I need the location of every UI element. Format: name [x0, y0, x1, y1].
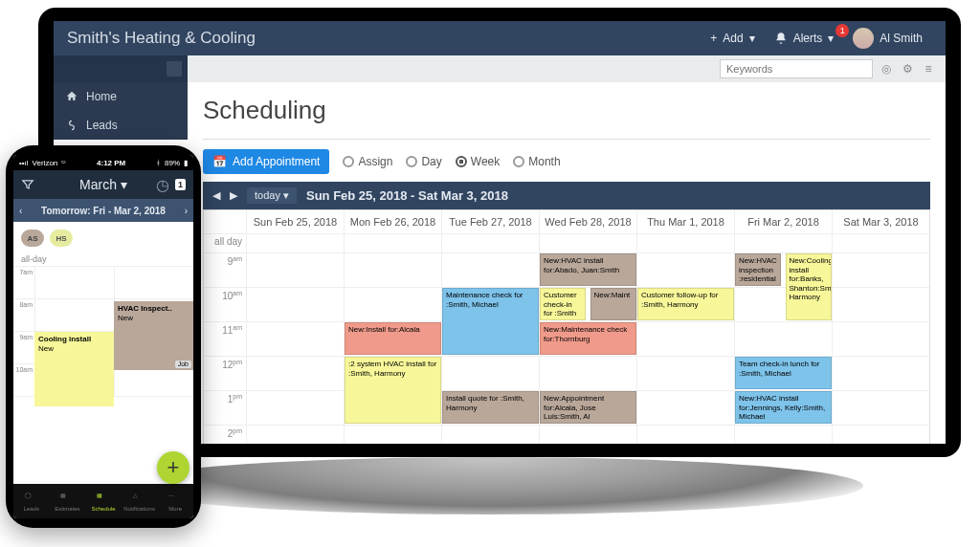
fab-add[interactable]: +: [157, 451, 189, 484]
calendar-cell[interactable]: [636, 357, 734, 390]
calendar-event[interactable]: Team check-in lunch for :Smith, Michael: [735, 357, 832, 389]
calendar-cell[interactable]: [539, 234, 636, 252]
chevron-down-icon: ▾: [749, 32, 755, 45]
calendar-cell[interactable]: New:Appointment for:Alcala, Jose Luis:Sm…: [539, 391, 636, 425]
calendar-event[interactable]: New:Appointment for:Alcala, Jose Luis:Sm…: [540, 391, 636, 424]
next-arrow[interactable]: ▶: [230, 189, 237, 202]
add-menu[interactable]: + Add ▾: [701, 28, 764, 49]
tab-leads[interactable]: ◯Leads: [13, 484, 50, 518]
prev-arrow[interactable]: ◀: [212, 189, 220, 202]
calendar-cell[interactable]: [832, 253, 929, 287]
calendar-cell[interactable]: [734, 288, 832, 321]
calendar-cell[interactable]: Customer follow-up for :Smith, Harmony: [636, 288, 734, 321]
calendar-cell[interactable]: [636, 391, 734, 425]
calendar-cell[interactable]: [832, 391, 929, 425]
calendar-event[interactable]: New:HVAC inspection :residential: [735, 253, 781, 286]
calendar-cell[interactable]: Install quote for :Smith, Harmony: [441, 391, 539, 425]
calendar-day-icon[interactable]: 1: [175, 179, 186, 190]
day-header: Sun Feb 25, 2018: [246, 210, 344, 233]
clock-icon[interactable]: ◷: [156, 176, 169, 194]
chip-as[interactable]: AS: [21, 230, 44, 247]
calendar-cell[interactable]: New:HVAC install for:Jennings, Kelly:Smi…: [734, 391, 832, 425]
calendar-cell[interactable]: [539, 357, 636, 390]
calendar-cell[interactable]: [734, 322, 832, 356]
calendar-cell[interactable]: [636, 322, 734, 356]
add-appointment-button[interactable]: 📅 Add Appointment: [203, 149, 329, 174]
calendar-cell[interactable]: [441, 322, 539, 356]
calendar-cell[interactable]: [246, 391, 344, 425]
sidebar-item-leads[interactable]: Leads: [54, 111, 188, 140]
view-day[interactable]: Day: [406, 155, 441, 168]
tab-schedule[interactable]: ▦Schedule: [85, 484, 122, 518]
calendar-cell[interactable]: [832, 426, 929, 444]
calendar-cell[interactable]: [636, 234, 734, 252]
calendar-cell[interactable]: Maintenance check for :Smith, Michael: [441, 288, 539, 321]
phone-event[interactable]: HVAC Inspect..NewJob: [114, 301, 193, 370]
calendar-cell[interactable]: New:HVAC install for:Abado, Juan:Smith: [539, 253, 636, 287]
list-icon[interactable]: ≡: [921, 61, 936, 77]
calendar-event[interactable]: New:HVAC install for:Abado, Juan:Smith: [540, 253, 636, 286]
search-input[interactable]: [720, 59, 873, 78]
phone-event[interactable]: Cooling installNew: [34, 332, 114, 406]
month-selector[interactable]: March ▾: [79, 177, 127, 192]
calendar-plus-icon: 📅: [212, 155, 227, 168]
calendar-cell[interactable]: [441, 253, 539, 287]
calendar-cell[interactable]: New:Maintenance check for:Thornburg: [539, 322, 636, 356]
user-menu[interactable]: Al Smith: [843, 24, 932, 53]
phone-day-nav: ‹ Tomorrow: Fri - Mar 2, 2018 ›: [13, 199, 193, 222]
radio-icon: [513, 156, 524, 167]
calendar-cell[interactable]: [636, 426, 734, 444]
calendar-event[interactable]: Customer check-in for :Smith: [540, 288, 586, 320]
calendar-cell[interactable]: [832, 357, 929, 390]
calendar-cell[interactable]: [832, 322, 929, 356]
filter-icon[interactable]: [21, 178, 34, 191]
calendar-cell[interactable]: Customer check-in for :SmithNew:Maint: [539, 288, 636, 321]
calendar-cell[interactable]: [246, 426, 344, 444]
next-day[interactable]: ›: [185, 206, 188, 216]
calendar-cell[interactable]: [832, 288, 929, 321]
calendar-cell[interactable]: [441, 234, 539, 252]
tab-more[interactable]: ⋯More: [157, 484, 193, 518]
calendar-cell[interactable]: Team check-in lunch for :Smith, Michael: [734, 357, 832, 390]
calendar-cell[interactable]: [246, 288, 344, 321]
calendar-cell[interactable]: [246, 234, 344, 252]
sidebar-item-home[interactable]: Home: [54, 82, 188, 111]
calendar-cell[interactable]: [734, 234, 832, 252]
calendar-cell[interactable]: [344, 253, 441, 287]
calendar-cell[interactable]: [636, 253, 734, 287]
date-range: Sun Feb 25, 2018 - Sat Mar 3, 2018: [306, 188, 508, 203]
tab-estimates[interactable]: ▦Estimates: [50, 484, 86, 518]
prev-day[interactable]: ‹: [19, 206, 22, 216]
calendar-cell[interactable]: [734, 426, 832, 444]
calendar-cell[interactable]: [246, 253, 344, 287]
calendar-event[interactable]: New:Install for:Alcala: [345, 322, 441, 355]
calendar-event[interactable]: New:Maint: [590, 288, 636, 320]
calendar-cell[interactable]: New:HVAC inspection :residentialNew:Cool…: [734, 253, 832, 287]
calendar-event[interactable]: Customer follow-up for :Smith, Harmony: [637, 288, 734, 320]
calendar-event[interactable]: Install quote for :Smith, Harmony: [442, 391, 539, 424]
calendar-cell[interactable]: [344, 234, 441, 252]
settings-icon[interactable]: ⚙: [900, 61, 915, 77]
calendar-cell[interactable]: [344, 426, 441, 444]
calendar-cell[interactable]: [441, 426, 539, 444]
calendar-cell[interactable]: [344, 391, 441, 425]
chip-hs[interactable]: HS: [50, 230, 73, 247]
tab-notifications[interactable]: △Notifications: [122, 484, 158, 518]
calendar-cell[interactable]: New:Install for:Alcala: [344, 322, 441, 356]
calendar-event[interactable]: New:HVAC install for:Jennings, Kelly:Smi…: [735, 391, 832, 424]
calendar-cell[interactable]: [832, 234, 929, 252]
sidebar-toggle[interactable]: [54, 55, 188, 82]
alerts-menu[interactable]: Alerts ▾: [765, 28, 844, 49]
view-week[interactable]: Week: [456, 155, 500, 168]
calendar-cell[interactable]: [344, 288, 441, 321]
calendar-cell[interactable]: [441, 357, 539, 390]
calendar-cell[interactable]: [246, 357, 344, 390]
calendar-event[interactable]: New:Maintenance check for:Thornburg: [540, 322, 636, 355]
calendar-cell[interactable]: [539, 426, 636, 444]
calendar-cell[interactable]: :2 system HVAC install for :Smith, Harmo…: [344, 357, 441, 390]
today-button[interactable]: today ▾: [247, 187, 297, 204]
view-assign[interactable]: Assign: [343, 155, 392, 168]
target-icon[interactable]: ◎: [879, 61, 894, 77]
view-month[interactable]: Month: [513, 155, 560, 168]
calendar-cell[interactable]: [246, 322, 344, 356]
